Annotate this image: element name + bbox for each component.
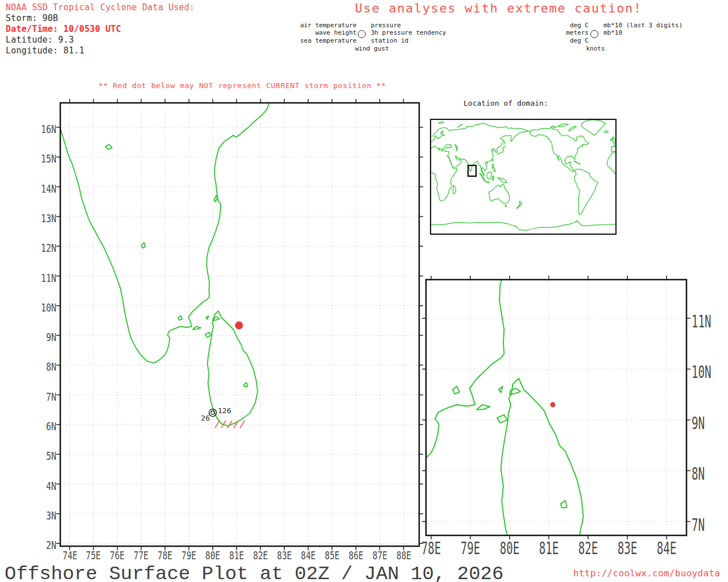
storm-longitude-line: Longitude: 81.1	[6, 45, 84, 56]
zoom-x-tick-label: 80E	[494, 538, 525, 558]
main-y-tick-label: 9N	[37, 330, 57, 344]
buoy-station-plot[interactable]	[209, 409, 217, 417]
legend-air-temperature: air temperature	[243, 22, 357, 29]
main-y-tick-label: 3N	[37, 509, 57, 522]
caution-banner: Use analyses with extreme caution!	[355, 1, 642, 15]
data-source-line: NOAA SSD Tropical Cyclone Data Used:	[6, 2, 195, 13]
main-y-tick-label: 2N	[37, 538, 57, 552]
zoom-x-tick-label: 84E	[651, 538, 682, 558]
legend-wave-height: wave height	[243, 30, 357, 36]
domain-inset-title: Location of domain:	[464, 99, 555, 107]
zoom-y-tick-label: 7N	[692, 515, 722, 535]
main-x-tick-label: 79E	[177, 548, 201, 562]
legend-sea-temperature: sea temperature	[243, 38, 357, 44]
main-map	[56, 98, 423, 550]
main-x-tick-label: 85E	[320, 548, 344, 562]
main-y-tick-label: 8N	[37, 360, 57, 373]
axis-ticks	[422, 276, 690, 539]
unit-sea-temperature: deg C	[475, 38, 589, 44]
main-y-tick-label: 4N	[37, 479, 57, 493]
zoom-x-tick-label: 82E	[573, 538, 603, 558]
unit-wave-height: meters	[475, 30, 589, 36]
zoom-x-tick-label: 81E	[533, 538, 564, 558]
main-y-tick-label: 15N	[37, 152, 57, 165]
storm-id-line: Storm: 90B	[6, 13, 58, 24]
storm-position-warning: ** Red dot below may NOT represent CURRE…	[98, 81, 386, 90]
main-x-tick-label: 84E	[296, 548, 320, 562]
storm-position-dot[interactable]	[235, 321, 243, 329]
storm-position-dot-inset[interactable]	[550, 402, 555, 408]
main-x-tick-label: 80E	[200, 548, 225, 562]
legend-wind-gust: wind gust	[338, 45, 406, 52]
world-map-frame	[431, 119, 616, 234]
source-url-link[interactable]: http://coolwx.com/buoydata	[573, 568, 720, 579]
main-x-tick-label: 78E	[153, 548, 177, 562]
station-circle-icon	[358, 30, 366, 38]
main-x-tick-label: 81E	[224, 548, 249, 562]
zoom-x-tick-label: 83E	[612, 538, 643, 558]
main-x-tick-label: 87E	[367, 548, 392, 562]
plot-title: Offshore Surface Plot at 02Z / JAN 10, 2…	[5, 563, 503, 582]
zoom-y-tick-label: 11N	[692, 311, 722, 331]
main-y-tick-label: 12N	[37, 241, 57, 255]
zoom-y-tick-label: 8N	[692, 464, 722, 484]
zoom-y-tick-label: 10N	[692, 362, 722, 382]
main-x-tick-label: 83E	[272, 548, 296, 562]
legend-pressure-tendency: 3h pressure tendency	[371, 30, 446, 36]
storm-datetime-line: Date/Time: 10/0530 UTC	[6, 24, 121, 35]
unit-wind-gust: knots	[564, 45, 627, 52]
legend-pressure: pressure	[371, 22, 401, 29]
main-y-tick-label: 16N	[37, 122, 57, 136]
main-x-tick-label: 74E	[57, 548, 82, 562]
station-temperature-value: 26	[186, 414, 210, 422]
main-y-tick-label: 14N	[37, 182, 57, 196]
main-y-tick-label: 7N	[37, 390, 57, 404]
grid-lines	[426, 280, 686, 535]
main-y-tick-label: 13N	[37, 211, 57, 225]
main-x-tick-label: 76E	[105, 548, 130, 562]
coastlines	[255, 14, 605, 575]
zoom-y-tick-label: 9N	[692, 413, 722, 433]
world-locator-map	[431, 119, 616, 234]
main-y-tick-label: 11N	[37, 271, 57, 285]
zoom-x-tick-label: 79E	[455, 538, 486, 558]
main-x-tick-label: 77E	[129, 548, 154, 562]
main-y-tick-label: 10N	[37, 301, 57, 314]
main-x-tick-label: 75E	[81, 548, 106, 562]
station-circle-icon	[590, 30, 598, 38]
main-y-tick-label: 5N	[37, 449, 57, 463]
zoom-x-tick-label: 78E	[416, 538, 446, 558]
zoom-inset-map	[255, 14, 691, 575]
storm-latitude-line: Latitude: 9.3	[6, 35, 74, 45]
coastlines	[58, 98, 271, 426]
main-x-tick-label: 88E	[391, 548, 416, 562]
unit-pressure-tendency: mb*10	[603, 30, 622, 36]
unit-pressure: mb*10 (last 3 digits)	[603, 22, 682, 29]
main-x-tick-label: 86E	[344, 548, 368, 562]
station-pressure-value: 126	[218, 406, 231, 415]
main-y-tick-label: 6N	[37, 419, 57, 433]
unit-air-temperature: deg C	[475, 22, 589, 29]
buoy-surface-plot-page: { "colors": { "text_red": "#fa5452", "bo…	[0, 0, 728, 582]
legend-station-id: station id	[371, 38, 408, 44]
main-x-tick-label: 82E	[248, 548, 272, 562]
